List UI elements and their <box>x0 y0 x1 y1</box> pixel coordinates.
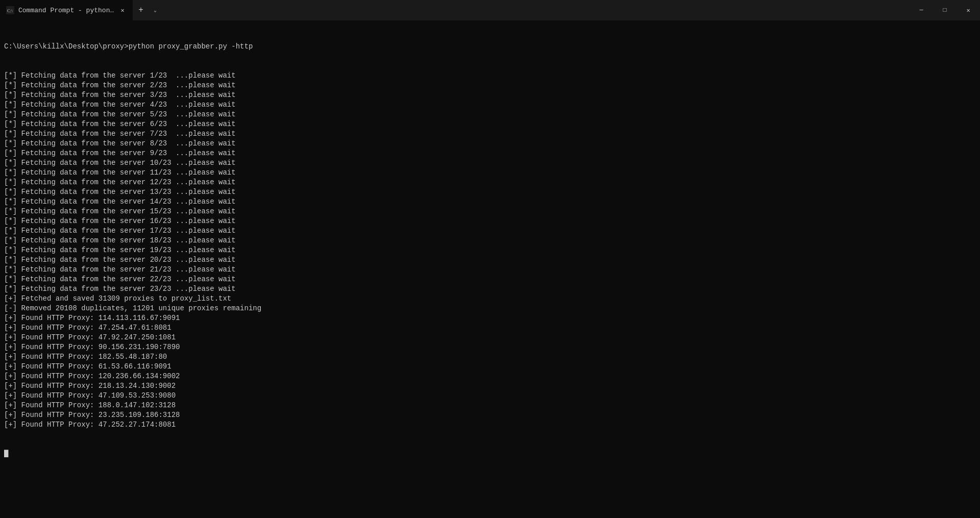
terminal-line: [*] Fetching data from the server 10/23 … <box>4 158 976 168</box>
terminal-line: [+] Found HTTP Proxy: 188.0.147.102:3128 <box>4 401 976 410</box>
terminal-line: [*] Fetching data from the server 2/23 .… <box>4 81 976 90</box>
terminal-line: [+] Found HTTP Proxy: 47.92.247.250:1081 <box>4 333 976 342</box>
maximize-button[interactable]: □ <box>933 0 957 20</box>
titlebar-left: C:\ Command Prompt - python p ✕ + ⌄ <box>0 0 910 20</box>
tab-close-button[interactable]: ✕ <box>118 6 127 14</box>
terminal-line: [*] Fetching data from the server 15/23 … <box>4 207 976 216</box>
terminal-line: [+] Found HTTP Proxy: 218.13.24.130:9002 <box>4 381 976 391</box>
terminal-line: [*] Fetching data from the server 12/23 … <box>4 178 976 187</box>
terminal-line: [+] Found HTTP Proxy: 90.156.231.190:789… <box>4 342 976 352</box>
active-tab[interactable]: C:\ Command Prompt - python p ✕ <box>0 0 133 20</box>
terminal-line: [*] Fetching data from the server 16/23 … <box>4 216 976 226</box>
terminal-line: [*] Fetching data from the server 11/23 … <box>4 168 976 178</box>
tab-title: Command Prompt - python p <box>18 7 114 14</box>
close-button[interactable]: ✕ <box>957 0 980 20</box>
terminal-line: [*] Fetching data from the server 8/23 .… <box>4 139 976 149</box>
svg-text:C:\: C:\ <box>7 8 13 13</box>
terminal-line: [*] Fetching data from the server 18/23 … <box>4 236 976 245</box>
titlebar: C:\ Command Prompt - python p ✕ + ⌄ ─ □ … <box>0 0 980 20</box>
terminal-line: [+] Found HTTP Proxy: 120.236.66.134:900… <box>4 372 976 381</box>
terminal-line: [+] Found HTTP Proxy: 47.254.47.61:8081 <box>4 323 976 333</box>
window-controls: ─ □ ✕ <box>910 0 980 20</box>
terminal-line: [*] Fetching data from the server 5/23 .… <box>4 110 976 119</box>
terminal-line: [*] Fetching data from the server 9/23 .… <box>4 149 976 158</box>
terminal-line: [*] Fetching data from the server 20/23 … <box>4 255 976 265</box>
terminal-line: [*] Fetching data from the server 6/23 .… <box>4 119 976 129</box>
terminal-line: [*] Fetching data from the server 14/23 … <box>4 197 976 207</box>
terminal-line: [+] Found HTTP Proxy: 61.53.66.116:9091 <box>4 362 976 372</box>
minimize-button[interactable]: ─ <box>910 0 933 20</box>
terminal-line: [+] Found HTTP Proxy: 47.252.27.174:8081 <box>4 420 976 430</box>
command-line: C:\Users\killx\Desktop\proxy>python prox… <box>4 42 976 52</box>
terminal-output: [*] Fetching data from the server 1/23 .… <box>4 71 976 430</box>
terminal-line: [+] Found HTTP Proxy: 23.235.109.186:312… <box>4 410 976 420</box>
terminal-line: [*] Fetching data from the server 13/23 … <box>4 187 976 197</box>
terminal-line: [*] Fetching data from the server 23/23 … <box>4 284 976 294</box>
terminal-line: [+] Found HTTP Proxy: 47.109.53.253:9080 <box>4 391 976 401</box>
cmd-icon: C:\ <box>6 6 14 14</box>
terminal-line: [*] Fetching data from the server 17/23 … <box>4 226 976 236</box>
cursor-line <box>4 449 976 459</box>
new-tab-button[interactable]: + <box>133 0 149 20</box>
tab-dropdown-button[interactable]: ⌄ <box>149 0 161 20</box>
terminal-line: [*] Fetching data from the server 22/23 … <box>4 275 976 284</box>
terminal-line: [*] Fetching data from the server 4/23 .… <box>4 100 976 110</box>
terminal-line: [+] Found HTTP Proxy: 182.55.48.187:80 <box>4 352 976 362</box>
terminal-line: [*] Fetching data from the server 1/23 .… <box>4 71 976 81</box>
terminal-line: [-] Removed 20108 duplicates, 11201 uniq… <box>4 304 976 313</box>
terminal-line: [*] Fetching data from the server 21/23 … <box>4 265 976 275</box>
terminal-line: [*] Fetching data from the server 3/23 .… <box>4 90 976 100</box>
terminal-line: [*] Fetching data from the server 19/23 … <box>4 245 976 255</box>
terminal-line: [+] Fetched and saved 31309 proxies to p… <box>4 294 976 304</box>
terminal-body[interactable]: C:\Users\killx\Desktop\proxy>python prox… <box>0 20 980 518</box>
terminal-line: [*] Fetching data from the server 7/23 .… <box>4 129 976 139</box>
terminal-line: [+] Found HTTP Proxy: 114.113.116.67:909… <box>4 313 976 323</box>
